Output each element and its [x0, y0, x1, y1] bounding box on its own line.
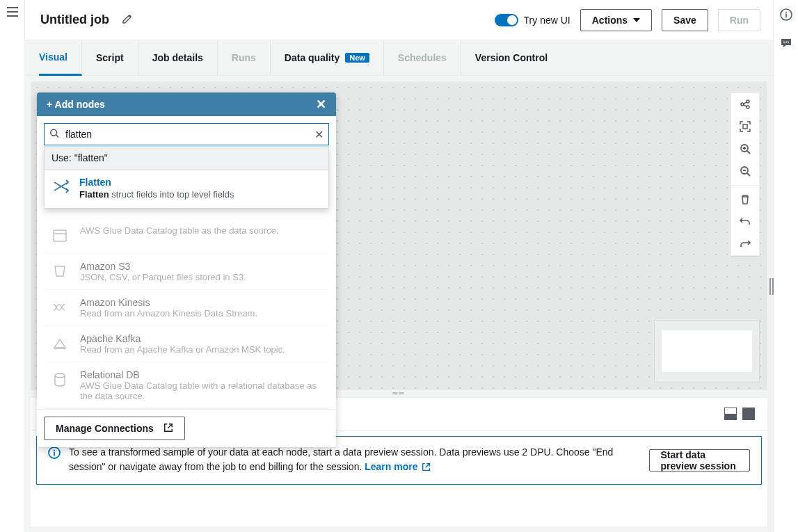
toggle-label: Try new UI — [524, 15, 570, 26]
tab-schedules[interactable]: Schedules — [384, 40, 461, 75]
use-suggestion[interactable]: Use: "flatten" — [45, 147, 328, 170]
source-item: Relational DBAWS Glue Data Catalog table… — [44, 362, 329, 409]
try-new-ui-toggle[interactable]: Try new UI — [495, 14, 570, 26]
database-icon — [49, 369, 70, 390]
right-gutter — [773, 0, 798, 532]
kinesis-icon — [49, 297, 70, 318]
menu-icon[interactable] — [7, 7, 18, 17]
left-gutter — [0, 0, 25, 532]
svg-point-16 — [785, 42, 787, 43]
manage-connections-label: Manage Connections — [56, 423, 154, 434]
kafka-icon — [49, 333, 70, 354]
header: Untitled job Try new UI Actions Save Run — [25, 0, 773, 40]
undo-icon[interactable] — [731, 211, 759, 233]
manage-connections-button[interactable]: Manage Connections — [44, 417, 185, 440]
svg-point-6 — [51, 129, 57, 136]
search: ✕ — [44, 123, 329, 145]
zoom-in-icon[interactable] — [731, 138, 759, 160]
share-icon[interactable] — [731, 93, 759, 115]
tab-runs[interactable]: Runs — [218, 40, 271, 75]
clear-search-icon[interactable]: ✕ — [314, 128, 324, 141]
result-flatten[interactable]: Flatten Flatten struct fields into top l… — [45, 170, 328, 208]
info-icon — [48, 446, 61, 461]
svg-point-8 — [55, 373, 65, 378]
tab-script[interactable]: Script — [82, 40, 138, 75]
top-tabs: Visual Script Job details Runs Data qual… — [25, 40, 773, 76]
source-item: Amazon KinesisRead from an Amazon Kinesi… — [44, 290, 329, 326]
tab-version-control[interactable]: Version Control — [461, 40, 561, 75]
svg-point-17 — [788, 42, 789, 43]
svg-point-2 — [747, 106, 749, 108]
source-list: AWS Glue Data Catalog table as the data … — [44, 182, 329, 409]
add-nodes-title: + Add nodes — [47, 99, 105, 110]
save-label: Save — [673, 15, 696, 26]
redo-icon[interactable] — [731, 233, 759, 255]
search-icon — [49, 129, 59, 140]
s3-icon — [49, 261, 70, 282]
trash-icon[interactable] — [731, 188, 759, 211]
zoom-out-icon[interactable] — [731, 160, 759, 182]
flatten-icon — [51, 177, 71, 196]
start-data-preview-label: Start data preview session — [661, 449, 738, 471]
external-link-icon — [422, 461, 431, 476]
tab-visual[interactable]: Visual — [39, 40, 82, 76]
external-link-icon — [163, 423, 173, 435]
svg-rect-11 — [54, 452, 55, 456]
canvas-wrap: + Add nodes ✕ ✕ Use: "flatten" — [25, 76, 773, 532]
tab-job-details[interactable]: Job details — [138, 40, 218, 75]
resize-handle[interactable] — [769, 278, 774, 295]
search-input[interactable] — [44, 123, 329, 145]
svg-rect-14 — [785, 14, 787, 18]
source-item: Apache KafkaRead from an Apache Kafka or… — [44, 326, 329, 362]
full-view-icon[interactable] — [742, 408, 755, 420]
feedback-icon[interactable] — [780, 37, 792, 51]
svg-point-1 — [747, 100, 749, 103]
actions-button[interactable]: Actions — [580, 9, 652, 31]
edit-title-icon[interactable] — [122, 13, 133, 26]
run-button: Run — [718, 9, 760, 31]
search-dropdown: Use: "flatten" Flatten Flatten struct fi… — [44, 146, 329, 209]
svg-point-0 — [741, 103, 744, 106]
svg-rect-3 — [743, 124, 747, 129]
result-title: Flatten — [79, 177, 234, 188]
new-badge: New — [345, 53, 369, 63]
page-title: Untitled job — [40, 13, 109, 27]
svg-point-13 — [785, 12, 787, 13]
help-info-icon[interactable] — [780, 8, 792, 23]
result-desc: Flatten struct fields into top level fie… — [79, 189, 234, 200]
main: Untitled job Try new UI Actions Save Run… — [25, 0, 773, 532]
start-data-preview-button[interactable]: Start data preview session — [649, 449, 750, 471]
actions-label: Actions — [592, 15, 628, 26]
banner-text: To see a transformed sample of your data… — [69, 445, 635, 476]
tab-data-quality[interactable]: Data quality New — [271, 40, 384, 75]
run-label: Run — [730, 15, 749, 26]
visual-canvas[interactable]: + Add nodes ✕ ✕ Use: "flatten" — [31, 81, 767, 390]
source-item: Amazon S3JSON, CSV, or Parquet files sto… — [44, 254, 329, 290]
canvas-toolbar — [731, 92, 760, 256]
svg-rect-7 — [54, 230, 66, 241]
chevron-down-icon — [633, 18, 640, 22]
learn-more-link[interactable]: Learn more — [365, 461, 431, 472]
split-view-icon[interactable] — [724, 408, 737, 420]
fit-screen-icon[interactable] — [731, 115, 759, 138]
svg-point-15 — [783, 42, 785, 43]
add-nodes-header: + Add nodes ✕ — [37, 92, 336, 116]
save-button[interactable]: Save — [662, 9, 708, 31]
add-nodes-panel: + Add nodes ✕ ✕ Use: "flatten" — [37, 92, 336, 447]
toggle-switch-icon[interactable] — [495, 14, 518, 26]
minimap[interactable] — [654, 320, 760, 382]
close-icon[interactable]: ✕ — [316, 98, 326, 111]
catalog-icon — [49, 225, 70, 246]
svg-point-10 — [54, 449, 55, 451]
